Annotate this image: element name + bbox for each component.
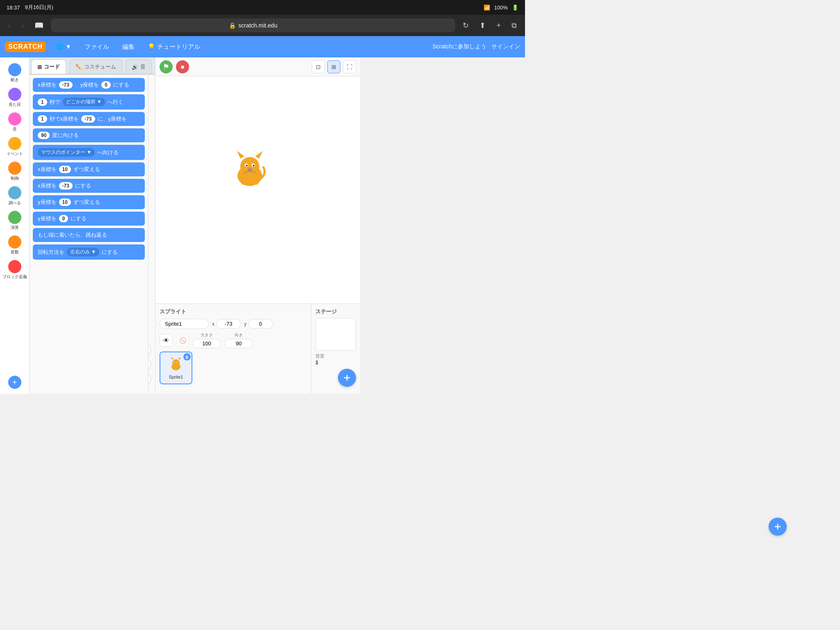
block-glide-xy[interactable]: 1 秒でx座標を -73 に、y座標を [33,112,145,126]
category-control-label: 制御 [11,176,19,181]
add-backdrop-button[interactable] [338,369,356,387]
share-button[interactable]: ⬆ [476,19,489,32]
sprite-y-group: y [244,319,273,329]
stop-button[interactable]: ■ [176,60,189,73]
stage-header: ⚑ ■ ⊡ ⊞ ⛶ [155,57,360,76]
block-glide-text2: へ行く [107,98,123,106]
signin-link[interactable]: サインイン [491,43,520,50]
blocks-panel: x座標を -73 、y座標を 0 にする 1 秒で どこかの場所 ▼ へ行く [30,75,148,394]
edit-menu-button[interactable]: 編集 [119,41,138,52]
block-set-rotation-text1: 回転方法を [38,249,64,256]
scratch-logo[interactable]: SCRATCH [5,41,46,52]
block-rotation-dropdown[interactable]: 左右のみ ▼ [67,248,99,256]
block-set-x[interactable]: x座標を -73 にする [33,179,145,193]
tabs-row: ⊞ コード ✏️ コスチューム 🔊 音 [30,57,155,75]
block-glide-to[interactable]: 1 秒で どこかの場所 ▼ へ行く [33,94,145,110]
time-display: 18:37 [7,5,20,11]
block-set-y[interactable]: y座標を 0 にする [33,212,145,226]
block-set-x-text1: x座標を [38,182,57,189]
block-set-xy[interactable]: x座標を -73 、y座標を 0 にする [33,78,145,92]
stage-medium-layout-button[interactable]: ⊞ [327,60,340,73]
sprite-direction-input[interactable] [224,339,253,348]
category-sound[interactable]: 音 [0,111,29,134]
block-change-y[interactable]: y座標を 10 ずつ変える [33,195,145,209]
bookmarks-button[interactable]: 📖 [31,19,47,32]
block-point-text: 度に向ける [52,132,79,139]
block-point-direction[interactable]: 90 度に向ける [33,128,145,142]
block-if-on-edge[interactable]: もし端に着いたら、跳ね返る [33,228,145,242]
code-workspace[interactable]: ⚑ が押されたとき ずっと 10 歩動かす [148,75,155,394]
sprite-x-group: x [212,319,241,329]
block-change-x-text1: x座標を [38,166,57,173]
stage-fullscreen-button[interactable]: ⛶ [343,60,356,73]
sprite-x-input[interactable] [216,319,241,329]
sprite-x-label: x [212,321,215,327]
date-display: 9月16日(月) [25,4,53,11]
category-variables[interactable]: 変数 [0,234,29,257]
category-events[interactable]: イベント [0,135,29,158]
sprite-size-input[interactable] [192,339,221,348]
category-custom[interactable]: ブロック定義 [0,258,29,281]
tab-sound[interactable]: 🔊 音 [126,59,152,74]
stage-small-layout-button[interactable]: ⊡ [312,60,325,73]
sprite-info-row2: 👁 🚫 大きさ 向き [160,332,307,348]
category-looks-label: 見た目 [9,102,21,107]
block-glide-val: 1 [38,98,47,106]
forward-button[interactable]: › [18,20,27,32]
green-flag-button[interactable]: ⚑ [160,60,173,73]
tab-costume[interactable]: ✏️ コスチューム [69,59,122,74]
show-sprite-button[interactable]: 👁 [160,334,173,347]
code-area-wrapper: ⊞ コード ✏️ コスチューム 🔊 音 x座標を [30,57,155,394]
hide-sprite-button[interactable]: 🚫 [176,334,189,347]
zoom-out-button[interactable]: − [148,358,151,371]
reload-button[interactable]: ↻ [459,19,472,32]
block-glide-dropdown[interactable]: どこかの場所 ▼ [63,98,105,106]
category-control[interactable]: 制御 [0,160,29,183]
block-point-towards[interactable]: マウスのポインター ▼ へ向ける [33,145,145,160]
block-glide-xy-val2: -73 [81,115,95,123]
sprite-direction-group: 向き [224,332,253,348]
url-text: scratch.mit.edu [238,22,277,29]
add-extension-button[interactable]: + [7,374,22,390]
wifi-icon: 📶 [484,5,490,11]
tutorial-button[interactable]: 💡 チュートリアル [144,41,203,52]
svg-point-20 [253,164,254,166]
tab-switcher-button[interactable]: ⧉ [508,20,520,32]
svg-marker-16 [255,151,262,159]
sprite-y-input[interactable] [248,319,273,329]
code-tab-icon: ⊞ [37,64,42,70]
block-set-rotation[interactable]: 回転方法を 左右のみ ▼ にする [33,244,145,260]
sprite-panel: スプライト x y 👁 🚫 [155,304,360,394]
back-button[interactable]: ‹ [5,20,14,32]
svg-marker-31 [178,357,181,360]
sprite-thumb-sprite1[interactable]: 🗑 Sprite1 [160,352,192,384]
block-change-x[interactable]: x座標を 10 ずつ変える [33,162,145,176]
block-change-y-val: 10 [59,199,71,206]
block-glide-xy-val1: 1 [38,115,47,123]
stop-icon: ■ [181,64,184,70]
zoom-in-button[interactable]: + [148,343,151,356]
category-operators[interactable]: 演算 [0,209,29,232]
join-link[interactable]: Scratchに参加しよう [433,43,486,50]
block-change-y-text1: y座標を [38,199,57,206]
block-towards-text: へ向ける [97,149,119,156]
sprite-thumb-label: Sprite1 [169,374,183,379]
sprite-name-input[interactable] [160,319,209,329]
block-glide-xy-text1: 秒でx座標を [50,115,79,123]
battery-icon: 🔋 [512,5,518,11]
svg-point-35 [177,362,178,363]
globe-button[interactable]: 🌐 ▼ [52,41,75,52]
costume-tab-label: コスチューム [84,63,116,71]
file-menu-button[interactable]: ファイル [81,41,112,52]
tab-code[interactable]: ⊞ コード [31,59,66,74]
svg-point-29 [172,359,180,367]
zoom-reset-button[interactable]: = [148,372,151,386]
category-sensing[interactable]: 調べる [0,185,29,208]
url-bar[interactable]: 🔒 scratch.mit.edu [51,18,455,32]
category-motion[interactable]: 動き [0,62,29,84]
category-looks[interactable]: 見た目 [0,86,29,109]
sprite-delete-button[interactable]: 🗑 [183,353,191,361]
new-tab-button[interactable]: + [493,20,504,32]
block-change-x-text2: ずつ変える [73,166,100,173]
block-towards-dropdown[interactable]: マウスのポインター ▼ [38,148,95,157]
